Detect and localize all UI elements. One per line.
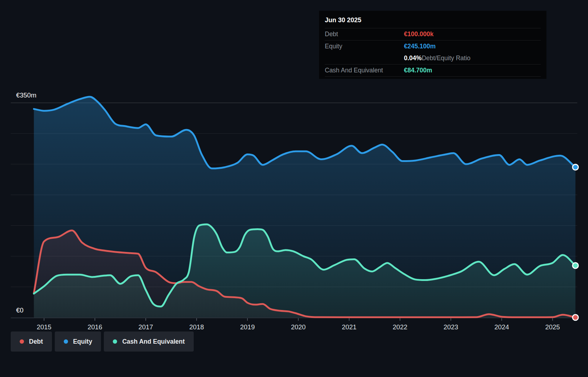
cash-series-dot-icon <box>113 339 117 344</box>
legend-equity-label: Equity <box>73 338 92 345</box>
chart-tooltip: Jun 30 2025 Debt €100.000k Equity €245.1… <box>319 11 546 79</box>
tooltip-date: Jun 30 2025 <box>325 14 541 28</box>
tooltip-ratio-value: 0.04% <box>404 54 422 62</box>
legend-item-cash[interactable]: Cash And Equivalent <box>104 331 193 352</box>
svg-text:2023: 2023 <box>443 323 458 331</box>
svg-text:2022: 2022 <box>392 323 407 331</box>
tooltip-ratio-label: Debt/Equity Ratio <box>422 54 471 62</box>
svg-text:2016: 2016 <box>87 323 102 331</box>
equity-endpoint-dot <box>573 164 578 170</box>
svg-text:2021: 2021 <box>342 323 356 331</box>
svg-text:2018: 2018 <box>189 323 204 331</box>
legend-cash-label: Cash And Equivalent <box>122 338 184 345</box>
legend-debt-label: Debt <box>29 338 43 345</box>
svg-text:2019: 2019 <box>240 323 255 331</box>
tooltip-row-equity: Equity €245.100m <box>325 40 541 52</box>
x-axis-ticks <box>44 318 553 321</box>
svg-text:2024: 2024 <box>494 323 509 331</box>
tooltip-debt-value: €100.000k <box>404 30 434 38</box>
y-axis-max-label: €350m <box>16 91 37 99</box>
equity-series-dot-icon <box>64 339 68 344</box>
tooltip-cash-value: €84.700m <box>404 67 432 74</box>
debt-series-dot-icon <box>20 339 24 344</box>
svg-text:2020: 2020 <box>291 323 305 331</box>
svg-text:2025: 2025 <box>545 323 560 331</box>
cash-and-equivalent-endpoint-dot <box>573 263 578 268</box>
svg-text:2015: 2015 <box>37 323 51 331</box>
tooltip-row-ratio: 0.04% Debt/Equity Ratio <box>325 52 541 64</box>
debt-endpoint-dot <box>573 315 578 320</box>
legend-item-equity[interactable]: Equity <box>55 331 101 352</box>
tooltip-row-cash: Cash And Equivalent €84.700m <box>325 64 541 77</box>
svg-text:2017: 2017 <box>138 323 153 331</box>
chart-legend: Debt Equity Cash And Equivalent <box>11 331 194 352</box>
series-areas <box>34 97 575 318</box>
tooltip-row-debt: Debt €100.000k <box>325 28 541 40</box>
legend-item-debt[interactable]: Debt <box>11 331 52 352</box>
x-axis-labels: 2015201620172018201920202021202220232024… <box>37 323 560 331</box>
tooltip-equity-value: €245.100m <box>404 43 436 50</box>
tooltip-equity-label: Equity <box>325 43 404 50</box>
tooltip-cash-label: Cash And Equivalent <box>325 67 404 74</box>
tooltip-debt-label: Debt <box>325 30 404 38</box>
y-axis-zero-label: €0 <box>16 306 24 314</box>
